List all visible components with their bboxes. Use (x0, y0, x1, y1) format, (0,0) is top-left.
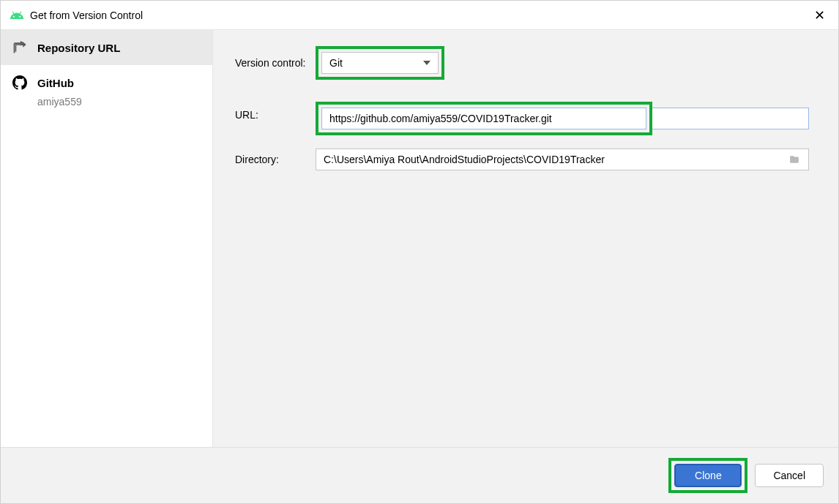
sidebar-item-github-user: amiya559 (1, 96, 212, 108)
directory-label: Directory: (235, 154, 316, 165)
main-panel: Version control: Git URL: https://github… (213, 30, 838, 447)
titlebar: Get from Version Control ✕ (1, 1, 838, 30)
url-input[interactable]: https://github.com/amiya559/COVID19Track… (321, 108, 646, 129)
github-icon (12, 75, 27, 90)
titlebar-left: Get from Version Control (10, 8, 143, 23)
url-highlight: https://github.com/amiya559/COVID19Track… (316, 102, 652, 135)
version-control-highlight: Git (316, 46, 444, 80)
directory-value: C:\Users\Amiya Rout\AndroidStudioProject… (324, 154, 605, 165)
repository-url-icon (12, 40, 27, 55)
window-title: Get from Version Control (30, 10, 143, 21)
version-control-row: Version control: Git (235, 46, 809, 80)
folder-icon[interactable] (788, 154, 801, 165)
footer: Clone Cancel (1, 447, 838, 503)
url-value: https://github.com/amiya559/COVID19Track… (329, 113, 552, 124)
close-icon[interactable]: ✕ (810, 7, 829, 23)
version-control-value: Git (329, 57, 343, 69)
url-label: URL: (235, 102, 316, 121)
sidebar: Repository URL GitHub amiya559 (1, 30, 213, 447)
sidebar-item-repository-url[interactable]: Repository URL (1, 30, 212, 65)
version-control-label: Version control: (235, 57, 316, 69)
version-control-select[interactable]: Git (321, 52, 439, 74)
chevron-down-icon (423, 61, 430, 65)
cancel-button[interactable]: Cancel (755, 464, 824, 487)
url-input-extension[interactable] (652, 108, 809, 129)
sidebar-item-label: Repository URL (37, 42, 120, 54)
sidebar-item-label: GitHub (37, 77, 74, 89)
clone-button[interactable]: Clone (674, 464, 742, 487)
clone-highlight: Clone (668, 458, 747, 493)
directory-input[interactable]: C:\Users\Amiya Rout\AndroidStudioProject… (316, 148, 809, 170)
url-row: URL: https://github.com/amiya559/COVID19… (235, 102, 809, 135)
android-icon (10, 8, 24, 23)
sidebar-item-github[interactable]: GitHub (1, 65, 212, 100)
directory-row: Directory: C:\Users\Amiya Rout\AndroidSt… (235, 148, 809, 170)
